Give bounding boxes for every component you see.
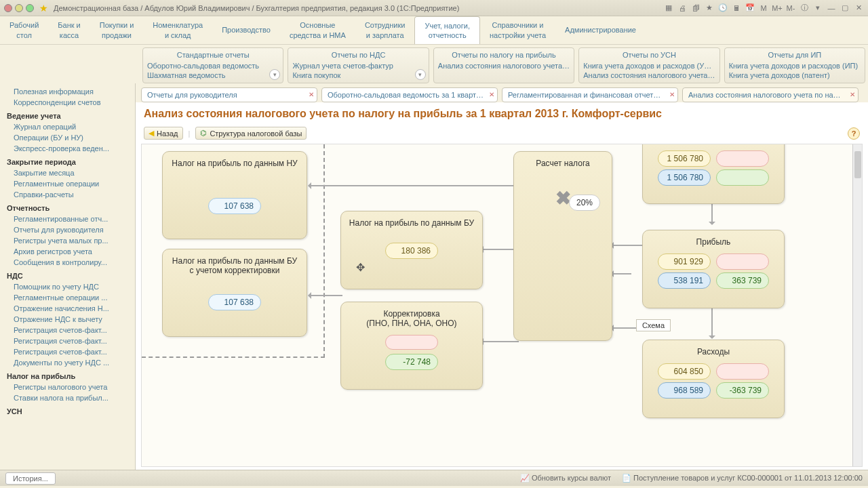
sidebar-item[interactable]: Регламентированные отч... <box>0 214 135 224</box>
box-expense[interactable]: Расходы 604 850 968 589-363 739 <box>642 340 785 418</box>
nav-tab[interactable]: Номенклатура и склад <box>143 16 212 44</box>
group-item[interactable]: Оборотно-сальдовая ведомость <box>147 61 279 70</box>
close-icon[interactable]: ✕ <box>853 3 864 14</box>
close-icon[interactable] <box>4 4 12 12</box>
group-item[interactable]: Книга учета доходов и расходов (УСН) <box>583 61 715 70</box>
value-pill <box>716 150 769 167</box>
group-header: Стандартные отчеты <box>147 49 279 61</box>
minimize-icon[interactable] <box>15 4 23 12</box>
box-correction[interactable]: Корректировка (ПНО, ПНА, ОНА, ОНО) -72 7… <box>340 302 483 390</box>
sidebar-item[interactable]: Регистры учета малых пр... <box>0 235 135 246</box>
maximize-icon[interactable] <box>26 4 34 12</box>
sidebar-item[interactable]: Регистрация счетов-факт... <box>0 346 135 357</box>
calc-icon[interactable]: 🖩 <box>731 3 742 14</box>
value-pill: 901 929 <box>658 253 711 270</box>
sidebar-item[interactable]: Архив регистров учета <box>0 246 135 257</box>
dropdown-icon[interactable]: ▾ <box>415 69 426 80</box>
sidebar-item[interactable]: Экспресс-проверка веден... <box>0 143 135 154</box>
value-pill: 1 506 780 <box>658 169 711 186</box>
value-pill <box>716 253 769 270</box>
star-icon[interactable]: ★ <box>39 3 48 14</box>
nav-tab[interactable]: Покупки и продажи <box>90 16 144 44</box>
close-tab-icon[interactable]: ✕ <box>669 91 675 98</box>
sidebar-item[interactable]: Корреспонденции счетов <box>0 97 135 108</box>
toolbar-icon[interactable]: 🗐 <box>690 3 701 14</box>
nav-tab[interactable]: Основные средства и НМА <box>280 16 355 44</box>
sidebar-item[interactable]: Помощник по учету НДС <box>0 281 135 292</box>
m-icon[interactable]: M <box>758 3 769 14</box>
close-tab-icon[interactable]: ✕ <box>309 91 314 98</box>
toolbar-icon[interactable]: ★ <box>704 3 715 14</box>
sidebar-item[interactable]: Журнал операций <box>0 121 135 132</box>
sidebar-item[interactable]: Отражение НДС к вычету <box>0 314 135 325</box>
sidebar-header: НДС <box>0 268 135 281</box>
group-item[interactable]: Книга учета доходов и расходов (ИП) <box>729 61 861 70</box>
sidebar-item[interactable]: Регламентные операции ... <box>0 292 135 303</box>
document-tabs: Отчеты для руководителя✕Оборотно-сальдов… <box>136 83 868 102</box>
toolbar-icon[interactable]: ▦ <box>663 3 674 14</box>
sidebar-item[interactable]: Документы по учету НДС ... <box>0 357 135 368</box>
group-item[interactable]: Шахматная ведомость <box>147 70 279 80</box>
window-buttons <box>4 4 34 12</box>
nav-tab[interactable]: Администрирование <box>555 16 646 44</box>
dropdown-icon[interactable]: ▾ <box>812 3 823 14</box>
schema-label[interactable]: Схема <box>636 319 671 331</box>
sidebar-item[interactable]: Сообщения в контролиру... <box>0 257 135 268</box>
close-tab-icon[interactable]: ✕ <box>489 91 494 98</box>
box-tax-nu[interactable]: Налог на прибыль по данным НУ 107 638 <box>162 151 307 239</box>
max-icon[interactable]: ▢ <box>840 3 850 14</box>
toolbar-icon[interactable]: 🕓 <box>717 3 728 14</box>
scrollbar-vertical[interactable] <box>852 144 862 466</box>
group-item[interactable]: Анализ состояния налогового учета п... <box>583 70 715 80</box>
history-button[interactable]: История... <box>5 472 56 485</box>
box-title: Корректировка (ПНО, ПНА, ОНА, ОНО) <box>348 309 475 328</box>
info-icon[interactable]: ⓘ <box>799 3 810 14</box>
document-tab[interactable]: Оборотно-сальдовая ведомость за 1 кварта… <box>321 87 498 102</box>
help-icon[interactable]: ? <box>848 127 860 140</box>
box-tax-bu[interactable]: Налог на прибыль по данным БУ 180 386 <box>340 211 483 289</box>
nav-tab[interactable]: Производство <box>212 16 280 44</box>
sidebar-item[interactable]: Ставки налога на прибыл... <box>0 392 135 403</box>
structure-button[interactable]: ⌬Структура налоговой базы <box>195 127 307 140</box>
nav-tab[interactable]: Рабочий стол <box>0 16 48 44</box>
sidebar-item[interactable]: Операции (БУ и НУ) <box>0 132 135 143</box>
document-tab[interactable]: Регламентированная и финансовая отчетнос… <box>502 87 678 102</box>
sidebar-item[interactable]: Регламентные операции <box>0 178 135 189</box>
sidebar-item[interactable]: Отчеты для руководителя <box>0 224 135 235</box>
box-calc[interactable]: Расчет налога ✖ 20% <box>513 151 612 341</box>
sidebar-item[interactable]: Регистрация счетов-факт... <box>0 325 135 336</box>
mplus-icon[interactable]: M+ <box>772 3 783 14</box>
sidebar-item[interactable]: Отражение начисления Н... <box>0 303 135 314</box>
nav-tab[interactable]: Справочники и настройки учета <box>480 16 555 44</box>
page-title: Анализ состояния налогового учета по нал… <box>136 102 868 125</box>
box-tax-bu-corr[interactable]: Налог на прибыль по данным БУ с учетом к… <box>162 249 307 337</box>
sidebar-item[interactable]: Регистрация счетов-факт... <box>0 336 135 346</box>
sidebar-item[interactable]: Закрытие месяца <box>0 167 135 178</box>
close-tab-icon[interactable]: ✕ <box>850 91 855 98</box>
sidebar-item[interactable]: Регистры налогового учета <box>0 382 135 392</box>
value-pill: 180 386 <box>385 243 438 259</box>
min-icon[interactable]: — <box>826 3 837 14</box>
back-button[interactable]: ◀Назад <box>144 127 183 140</box>
group-item[interactable]: Журнал учета счетов-фактур <box>292 61 424 70</box>
value-pill: 1 506 780 <box>658 150 711 167</box>
group-item[interactable]: Книга покупок <box>292 70 424 80</box>
mminus-icon[interactable]: M- <box>785 3 796 14</box>
diagram-canvas[interactable]: Налог на прибыль по данным НУ 107 638 На… <box>141 144 863 467</box>
document-tab[interactable]: Отчеты для руководителя✕ <box>141 87 317 102</box>
nav-tab[interactable]: Сотрудники и зарплата <box>355 16 415 44</box>
group-item[interactable]: Анализ состояния налогового учета п... <box>438 61 570 70</box>
status-text[interactable]: 📄 Поступление товаров и услуг КС00-00000… <box>622 474 863 483</box>
nav-tab[interactable]: Банк и касса <box>48 16 90 44</box>
box-income[interactable]: 1 506 780 1 506 780 <box>642 144 785 204</box>
group-item[interactable]: Книга учета доходов (патент) <box>729 70 861 80</box>
toolbar-icon[interactable]: 🖨 <box>677 3 688 14</box>
top-nav: Рабочий столБанк и кассаПокупки и продаж… <box>0 16 868 45</box>
document-tab[interactable]: Анализ состояния налогового учета по нал… <box>682 87 859 102</box>
status-text[interactable]: 📈 Обновить курсы валют <box>520 474 611 483</box>
nav-tab[interactable]: Учет, налоги, отчетность <box>414 16 479 44</box>
calendar-icon[interactable]: 📅 <box>745 3 755 14</box>
box-profit[interactable]: Прибыль 901 929 538 191363 739 <box>642 230 785 308</box>
sidebar-item[interactable]: Справки-расчеты <box>0 189 135 200</box>
sidebar-item[interactable]: Полезная информация <box>0 86 135 97</box>
